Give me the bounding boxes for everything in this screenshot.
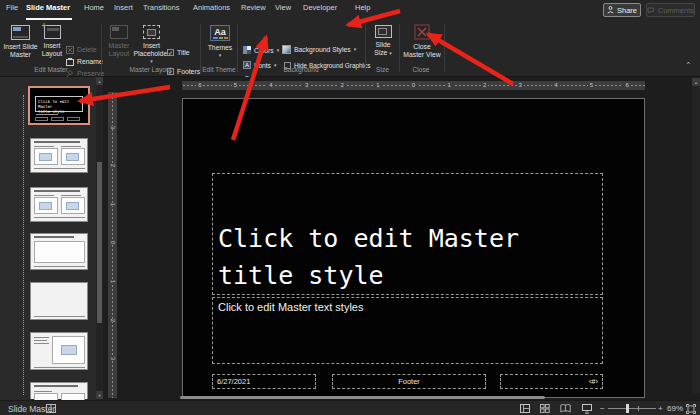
slide-thumbnail-layout-2[interactable] xyxy=(30,187,88,222)
vertical-ruler: 3 2 1 0 1 2 3 xyxy=(108,92,117,398)
background-styles-icon xyxy=(282,45,291,54)
tab-home[interactable]: Home xyxy=(84,3,104,12)
ruler-number: 3 xyxy=(109,126,116,129)
ruler-number: 1 xyxy=(109,280,116,283)
ruler-number: 2 xyxy=(109,164,116,167)
zoom-slider[interactable] xyxy=(608,408,656,409)
dropdown-icon: ▾ xyxy=(150,58,153,64)
footer-text: Footer xyxy=(398,377,420,386)
tab-developer[interactable]: Developer xyxy=(303,3,337,12)
normal-view-icon[interactable] xyxy=(520,404,530,413)
group-label-background: Background xyxy=(238,66,364,73)
slide-thumbnail-layout-6[interactable] xyxy=(30,382,88,399)
ruler-number: 2 xyxy=(109,318,116,321)
tab-animations[interactable]: Animations xyxy=(193,3,230,12)
insert-placeholder-icon xyxy=(143,25,160,39)
delete-label: Delete xyxy=(77,46,97,53)
master-layout-connector xyxy=(23,95,24,395)
master-layout-label: Master xyxy=(109,42,130,50)
master-layout-icon xyxy=(110,25,128,39)
body-placeholder[interactable]: Click to edit Master text styles xyxy=(212,297,603,364)
zoom-slider-thumb[interactable] xyxy=(626,404,629,413)
workspace: Click to edit Master title style xyxy=(0,77,700,400)
slide-thumbnail-master[interactable]: Click to edit Master title style xyxy=(28,86,90,125)
ruler-number: 0 xyxy=(109,241,116,244)
ruler-number: 0 xyxy=(410,81,417,90)
comments-button[interactable]: Comments xyxy=(646,3,695,17)
slide-thumbnail-layout-1[interactable] xyxy=(30,138,88,173)
group-separator xyxy=(101,24,102,72)
zoom-level[interactable]: 69% xyxy=(667,404,683,413)
share-button[interactable]: Share xyxy=(603,3,641,17)
tab-review[interactable]: Review xyxy=(241,3,266,12)
insert-layout-icon: + xyxy=(44,25,61,39)
status-bar: Slide Master − + 69% xyxy=(0,400,700,415)
zoom-in-button[interactable]: + xyxy=(658,404,663,413)
ruler-number: 4 xyxy=(552,81,559,90)
ruler-number: 3 xyxy=(303,81,310,90)
dropdown-icon: ▾ xyxy=(277,47,280,53)
fit-slide-to-window-icon[interactable] xyxy=(686,404,696,414)
slide-size-text: Size xyxy=(374,49,387,56)
slide-size-label: Slide xyxy=(375,41,390,49)
slide-number-text: ‹#› xyxy=(589,377,598,386)
ribbon-tab-bar: File Slide Master Home Insert Transition… xyxy=(0,0,700,21)
slide-size-icon xyxy=(375,25,392,38)
ruler-number: 4 xyxy=(267,81,274,90)
collapse-ribbon-icon[interactable]: ⌃ xyxy=(685,61,692,70)
group-label-edit-master: Edit Master xyxy=(2,66,100,73)
title-placeholder[interactable]: Click to edit Master title style xyxy=(212,173,603,295)
scrollbar-down-arrow[interactable]: ▼ xyxy=(96,391,103,399)
slide-sorter-icon[interactable] xyxy=(540,404,550,413)
zoom-out-button[interactable]: − xyxy=(600,404,605,413)
tab-help[interactable]: Help xyxy=(355,3,370,12)
editor-vertical-scrollbar[interactable]: ▲ xyxy=(692,77,700,393)
group-separator xyxy=(237,24,238,72)
ruler-number: 3 xyxy=(109,357,116,360)
slide-size-label2: Size ▾ xyxy=(374,49,392,58)
themes-label: Themes xyxy=(208,44,233,52)
title-checkbox-row[interactable]: ✓ Title xyxy=(167,46,190,58)
reading-view-icon[interactable] xyxy=(560,404,571,413)
ruler-number: 1 xyxy=(374,81,381,90)
dropdown-icon: ▾ xyxy=(219,52,222,60)
slide-number-placeholder[interactable]: ‹#› xyxy=(500,374,603,389)
insert-slide-master-label2: Master xyxy=(10,51,31,59)
tab-slide-master[interactable]: Slide Master xyxy=(26,3,70,12)
group-label-master-layout: Master Layout xyxy=(102,66,199,73)
ruler-number: 5 xyxy=(588,81,595,90)
insert-slide-master-icon xyxy=(11,25,30,40)
delete-button: Delete xyxy=(66,44,97,55)
master-layout-label2: Layout xyxy=(109,50,129,58)
tab-transitions[interactable]: Transitions xyxy=(143,3,179,12)
slide-thumbnail-layout-5[interactable] xyxy=(30,332,88,370)
tab-file[interactable]: File xyxy=(6,3,18,12)
insert-placeholder-label2: Placeholder ▾ xyxy=(133,50,170,66)
insert-placeholder-text: Placeholder xyxy=(134,50,170,57)
insert-layout-label: Insert xyxy=(44,42,61,50)
insert-placeholder-label: Insert xyxy=(143,42,160,50)
master-indicator-icon xyxy=(46,404,56,413)
editor-horizontal-scrollbar[interactable] xyxy=(180,396,545,399)
title-checkbox[interactable]: ✓ xyxy=(167,49,174,56)
slide-thumbnail-layout-4[interactable] xyxy=(30,282,88,320)
date-placeholder[interactable]: 6/27/2021 xyxy=(212,374,316,389)
group-label-close: Close xyxy=(400,66,442,73)
background-styles-button[interactable]: Background Styles ▾ xyxy=(282,43,356,55)
slide-thumbnail-layout-3[interactable] xyxy=(30,233,88,270)
colors-button[interactable]: Colors ▾ xyxy=(243,44,279,56)
tab-view[interactable]: View xyxy=(275,3,291,12)
insert-layout-label2: Layout xyxy=(42,50,62,58)
slideshow-view-icon[interactable] xyxy=(582,404,592,414)
comment-icon xyxy=(647,7,655,14)
thumbnail-pane-scrollbar[interactable]: ▲ ▼ xyxy=(96,77,103,400)
ruler-number: 6 xyxy=(623,81,630,90)
footer-placeholder[interactable]: Footer xyxy=(332,374,486,389)
ruler-number: 5 xyxy=(232,81,239,90)
scrollbar-thumb[interactable] xyxy=(97,162,102,323)
tab-insert[interactable]: Insert xyxy=(114,3,133,12)
body-text: Click to edit Master text styles xyxy=(218,301,364,313)
scrollbar-up-arrow[interactable]: ▲ xyxy=(96,77,103,85)
ruler-number: 2 xyxy=(339,81,346,90)
scrollbar-up-arrow[interactable]: ▲ xyxy=(692,78,700,86)
